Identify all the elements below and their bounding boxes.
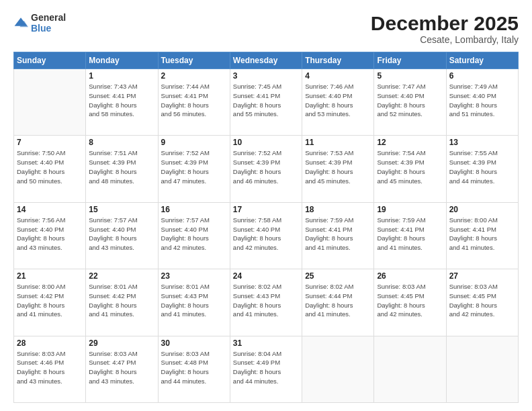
day-number: 18 [305,205,371,214]
calendar: SundayMondayTuesdayWednesdayThursdayFrid… [13,52,519,403]
day-cell: 8Sunrise: 7:51 AMSunset: 4:39 PMDaylight… [86,136,158,202]
day-number: 9 [161,138,227,147]
day-number: 3 [233,71,299,81]
day-cell: 22Sunrise: 8:01 AMSunset: 4:42 PMDayligh… [86,269,158,336]
day-number: 8 [89,138,154,147]
day-cell: 20Sunrise: 8:00 AMSunset: 4:41 PMDayligh… [446,202,518,269]
day-info: Sunrise: 8:03 AMSunset: 4:47 PMDaylight:… [89,349,154,386]
day-number: 1 [89,71,154,81]
day-info: Sunrise: 7:59 AMSunset: 4:41 PMDaylight:… [305,216,371,253]
day-cell: 12Sunrise: 7:54 AMSunset: 4:39 PMDayligh… [374,136,446,202]
day-cell: 23Sunrise: 8:01 AMSunset: 4:43 PMDayligh… [158,269,230,336]
day-number: 21 [17,271,83,281]
week-row-1: 1Sunrise: 7:43 AMSunset: 4:41 PMDaylight… [14,69,519,136]
day-info: Sunrise: 7:43 AMSunset: 4:41 PMDaylight:… [89,82,154,119]
location-title: Cesate, Lombardy, Italy [371,34,519,45]
day-cell: 6Sunrise: 7:49 AMSunset: 4:40 PMDaylight… [446,69,518,136]
day-info: Sunrise: 7:55 AMSunset: 4:39 PMDaylight:… [449,148,515,185]
day-cell: 15Sunrise: 7:57 AMSunset: 4:40 PMDayligh… [86,202,158,269]
day-info: Sunrise: 8:02 AMSunset: 4:44 PMDaylight:… [305,282,371,319]
day-info: Sunrise: 7:50 AMSunset: 4:40 PMDaylight:… [17,148,83,185]
day-info: Sunrise: 7:46 AMSunset: 4:40 PMDaylight:… [305,82,371,119]
week-row-3: 14Sunrise: 7:56 AMSunset: 4:40 PMDayligh… [14,202,519,269]
day-cell: 31Sunrise: 8:04 AMSunset: 4:49 PMDayligh… [230,336,302,402]
day-info: Sunrise: 8:03 AMSunset: 4:45 PMDaylight:… [449,282,515,319]
day-number: 16 [161,205,227,214]
day-info: Sunrise: 8:00 AMSunset: 4:42 PMDaylight:… [17,282,83,319]
day-info: Sunrise: 7:44 AMSunset: 4:41 PMDaylight:… [161,82,227,119]
header-cell-saturday: Saturday [446,52,518,69]
day-number: 6 [449,71,515,81]
header-cell-friday: Friday [374,52,446,69]
day-info: Sunrise: 7:53 AMSunset: 4:39 PMDaylight:… [305,148,371,185]
header-cell-sunday: Sunday [14,52,86,69]
day-number: 17 [233,205,299,214]
day-cell: 11Sunrise: 7:53 AMSunset: 4:39 PMDayligh… [302,136,374,202]
day-info: Sunrise: 8:04 AMSunset: 4:49 PMDaylight:… [233,349,299,386]
day-number: 30 [161,338,227,348]
day-cell: 24Sunrise: 8:02 AMSunset: 4:43 PMDayligh… [230,269,302,336]
day-info: Sunrise: 7:59 AMSunset: 4:41 PMDaylight:… [377,216,443,253]
day-info: Sunrise: 7:52 AMSunset: 4:39 PMDaylight:… [233,148,299,185]
day-cell: 14Sunrise: 7:56 AMSunset: 4:40 PMDayligh… [14,202,86,269]
logo-text: General Blue [31,12,66,34]
day-number: 28 [17,338,83,348]
day-cell: 27Sunrise: 8:03 AMSunset: 4:45 PMDayligh… [446,269,518,336]
day-number: 7 [17,138,83,147]
day-number: 20 [449,205,515,214]
day-cell [446,336,518,402]
day-number: 27 [449,271,515,281]
page: General Blue December 2025 Cesate, Lomba… [0,0,532,411]
day-number: 10 [233,138,299,147]
day-number: 22 [89,271,154,281]
day-info: Sunrise: 7:49 AMSunset: 4:40 PMDaylight:… [449,82,515,119]
day-number: 24 [233,271,299,281]
day-info: Sunrise: 7:52 AMSunset: 4:39 PMDaylight:… [161,148,227,185]
day-number: 31 [233,338,299,348]
day-cell: 9Sunrise: 7:52 AMSunset: 4:39 PMDaylight… [158,136,230,202]
week-row-2: 7Sunrise: 7:50 AMSunset: 4:40 PMDaylight… [14,136,519,202]
day-number: 26 [377,271,443,281]
day-info: Sunrise: 8:03 AMSunset: 4:48 PMDaylight:… [161,349,227,386]
day-cell: 30Sunrise: 8:03 AMSunset: 4:48 PMDayligh… [158,336,230,402]
day-number: 2 [161,71,227,81]
day-cell: 2Sunrise: 7:44 AMSunset: 4:41 PMDaylight… [158,69,230,136]
day-number: 29 [89,338,154,348]
day-cell: 10Sunrise: 7:52 AMSunset: 4:39 PMDayligh… [230,136,302,202]
week-row-4: 21Sunrise: 8:00 AMSunset: 4:42 PMDayligh… [14,269,519,336]
header-cell-wednesday: Wednesday [230,52,302,69]
calendar-header-row: SundayMondayTuesdayWednesdayThursdayFrid… [14,52,519,69]
day-number: 13 [449,138,515,147]
day-cell: 17Sunrise: 7:58 AMSunset: 4:40 PMDayligh… [230,202,302,269]
day-info: Sunrise: 7:54 AMSunset: 4:39 PMDaylight:… [377,148,443,185]
day-cell: 16Sunrise: 7:57 AMSunset: 4:40 PMDayligh… [158,202,230,269]
header-cell-thursday: Thursday [302,52,374,69]
day-cell [302,336,374,402]
header: General Blue December 2025 Cesate, Lomba… [13,12,519,45]
day-cell: 7Sunrise: 7:50 AMSunset: 4:40 PMDaylight… [14,136,86,202]
day-cell: 26Sunrise: 8:03 AMSunset: 4:45 PMDayligh… [374,269,446,336]
calendar-body: 1Sunrise: 7:43 AMSunset: 4:41 PMDaylight… [14,69,519,403]
day-info: Sunrise: 8:02 AMSunset: 4:43 PMDaylight:… [233,282,299,319]
day-cell: 1Sunrise: 7:43 AMSunset: 4:41 PMDaylight… [86,69,158,136]
day-info: Sunrise: 8:03 AMSunset: 4:46 PMDaylight:… [17,349,83,386]
day-cell: 21Sunrise: 8:00 AMSunset: 4:42 PMDayligh… [14,269,86,336]
day-info: Sunrise: 7:57 AMSunset: 4:40 PMDaylight:… [161,216,227,253]
day-info: Sunrise: 7:51 AMSunset: 4:39 PMDaylight:… [89,148,154,185]
day-number: 15 [89,205,154,214]
day-info: Sunrise: 8:03 AMSunset: 4:45 PMDaylight:… [377,282,443,319]
header-cell-monday: Monday [86,52,158,69]
day-cell: 18Sunrise: 7:59 AMSunset: 4:41 PMDayligh… [302,202,374,269]
logo-general: General [31,12,66,23]
day-cell: 19Sunrise: 7:59 AMSunset: 4:41 PMDayligh… [374,202,446,269]
day-number: 4 [305,71,371,81]
day-cell: 3Sunrise: 7:45 AMSunset: 4:41 PMDaylight… [230,69,302,136]
title-section: December 2025 Cesate, Lombardy, Italy [371,12,519,45]
day-info: Sunrise: 7:58 AMSunset: 4:40 PMDaylight:… [233,216,299,253]
day-cell [14,69,86,136]
week-row-5: 28Sunrise: 8:03 AMSunset: 4:46 PMDayligh… [14,336,519,402]
day-number: 12 [377,138,443,147]
logo-blue: Blue [31,23,66,34]
day-cell: 5Sunrise: 7:47 AMSunset: 4:40 PMDaylight… [374,69,446,136]
day-cell: 13Sunrise: 7:55 AMSunset: 4:39 PMDayligh… [446,136,518,202]
